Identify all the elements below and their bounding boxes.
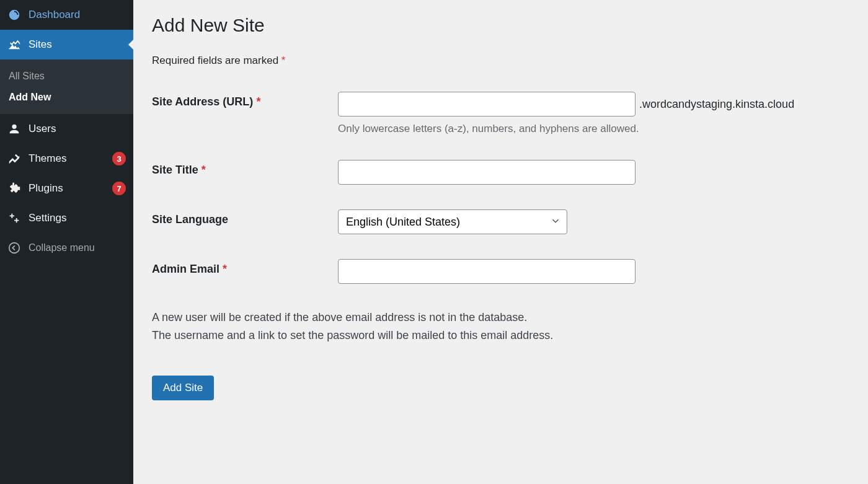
update-badge: 3 xyxy=(112,152,126,165)
sidebar-item-themes[interactable]: Themes 3 xyxy=(0,144,133,174)
sidebar-submenu-sites: All Sites Add New xyxy=(0,59,133,114)
info-line-1: A new user will be created if the above … xyxy=(152,311,527,323)
label-text: Site Title xyxy=(152,164,198,176)
required-mark: * xyxy=(281,55,286,66)
sidebar-item-label: Dashboard xyxy=(29,9,126,21)
field-site-language: English (United States) xyxy=(338,209,849,234)
label-text: Site Language xyxy=(152,213,228,226)
submenu-item-add-new[interactable]: Add New xyxy=(0,87,133,108)
add-site-button[interactable]: Add Site xyxy=(152,376,214,400)
sidebar-item-label: Settings xyxy=(29,212,126,224)
sidebar-item-label: Collapse menu xyxy=(29,242,126,253)
label-text: Site Address (URL) xyxy=(152,95,253,108)
required-fields-note: Required fields are marked * xyxy=(152,55,849,67)
sites-icon xyxy=(7,38,21,51)
update-badge: 7 xyxy=(112,182,126,195)
site-address-input[interactable] xyxy=(338,92,636,117)
plugins-icon xyxy=(7,182,21,195)
sidebar-item-sites[interactable]: Sites xyxy=(0,30,133,59)
svg-point-0 xyxy=(9,243,20,253)
label-admin-email: Admin Email * xyxy=(152,259,338,276)
row-site-address: Site Address (URL) * .wordcandystaging.k… xyxy=(152,92,849,135)
admin-sidebar: Dashboard Sites All Sites Add New Users … xyxy=(0,0,133,484)
site-title-input[interactable] xyxy=(338,160,636,185)
sidebar-item-users[interactable]: Users xyxy=(0,114,133,144)
submenu-item-all-sites[interactable]: All Sites xyxy=(0,66,133,87)
field-site-title xyxy=(338,160,849,185)
row-admin-email: Admin Email * xyxy=(152,259,849,284)
required-mark: * xyxy=(202,164,206,176)
sidebar-collapse[interactable]: Collapse menu xyxy=(0,233,133,263)
sidebar-item-plugins[interactable]: Plugins 7 xyxy=(0,174,133,203)
form-info-text: A new user will be created if the above … xyxy=(152,309,849,345)
required-mark: * xyxy=(223,263,227,275)
info-line-2: The username and a link to set the passw… xyxy=(152,329,553,341)
sidebar-item-settings[interactable]: Settings xyxy=(0,203,133,233)
field-admin-email xyxy=(338,259,849,284)
collapse-icon xyxy=(7,241,21,255)
settings-icon xyxy=(7,211,21,225)
field-site-address: .wordcandystaging.kinsta.cloud Only lowe… xyxy=(338,92,849,135)
themes-icon xyxy=(7,152,21,165)
main-content: Add New Site Required fields are marked … xyxy=(133,0,868,484)
label-site-language: Site Language xyxy=(152,209,338,226)
label-site-title: Site Title * xyxy=(152,160,338,177)
required-note-text: Required fields are marked xyxy=(152,55,278,66)
domain-suffix: .wordcandystaging.kinsta.cloud xyxy=(639,98,794,111)
label-text: Admin Email xyxy=(152,263,219,275)
sidebar-item-label: Themes xyxy=(29,152,105,165)
sidebar-item-dashboard[interactable]: Dashboard xyxy=(0,0,133,30)
site-language-select[interactable]: English (United States) xyxy=(338,209,567,234)
row-site-language: Site Language English (United States) xyxy=(152,209,849,234)
page-title: Add New Site xyxy=(152,15,849,36)
row-site-title: Site Title * xyxy=(152,160,849,185)
add-site-form: Site Address (URL) * .wordcandystaging.k… xyxy=(152,92,849,284)
site-address-description: Only lowercase letters (a-z), numbers, a… xyxy=(338,123,849,135)
sidebar-item-label: Sites xyxy=(29,38,126,51)
label-site-address: Site Address (URL) * xyxy=(152,92,338,108)
users-icon xyxy=(7,122,21,136)
admin-email-input[interactable] xyxy=(338,259,636,284)
sidebar-item-label: Users xyxy=(29,123,126,135)
dashboard-icon xyxy=(7,8,21,22)
sidebar-item-label: Plugins xyxy=(29,182,105,195)
required-mark: * xyxy=(256,95,260,108)
